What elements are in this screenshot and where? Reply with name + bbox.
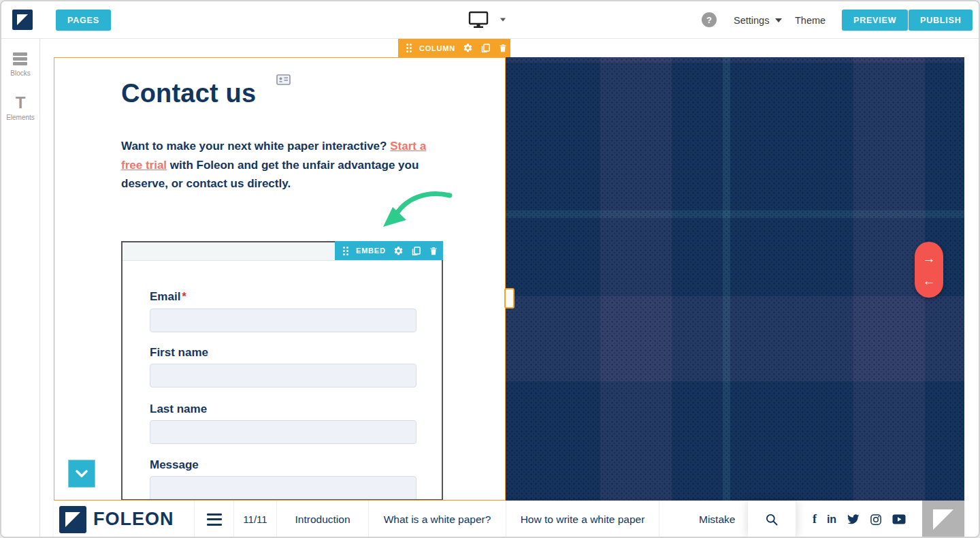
drag-handle-icon[interactable] xyxy=(343,247,348,255)
column-settings-gear-icon[interactable] xyxy=(463,43,473,53)
pages-button[interactable]: PAGES xyxy=(56,10,111,31)
required-asterisk: * xyxy=(182,290,186,303)
youtube-icon[interactable] xyxy=(892,514,906,524)
blocks-icon xyxy=(13,52,27,65)
embedded-contact-form[interactable]: Email* First name Last name Message xyxy=(121,241,443,501)
page-nav-pill: → ← xyxy=(915,242,943,298)
settings-caret-icon xyxy=(775,18,782,22)
embed-duplicate-icon[interactable] xyxy=(411,246,421,256)
green-curved-arrow-icon xyxy=(378,189,454,233)
intro-paragraph[interactable]: Want to make your next white paper inter… xyxy=(121,137,431,193)
editor-sidebar: Blocks T Elements xyxy=(1,39,40,538)
foleon-brand-home[interactable]: FOLEON xyxy=(54,501,195,538)
email-label: Email* xyxy=(150,290,186,304)
last-name-field[interactable] xyxy=(150,420,416,444)
device-dropdown-caret[interactable] xyxy=(500,18,506,22)
contact-card-autofill-icon[interactable] xyxy=(276,74,291,85)
twitter-icon[interactable] xyxy=(847,514,860,525)
column-delete-trash-icon[interactable] xyxy=(498,43,508,53)
column-toolbar[interactable]: COLUMN xyxy=(398,39,510,57)
scroll-down-button[interactable] xyxy=(68,460,95,488)
nav-search-button[interactable] xyxy=(748,501,796,538)
publication-bottom-nav: FOLEON 11/11 Introduction What is a whit… xyxy=(54,501,964,538)
settings-menu[interactable]: Settings xyxy=(734,15,782,26)
foleon-editor-window: PAGES ? Settings Theme PREVIEW PUBLISH B… xyxy=(0,0,980,538)
prev-page-arrow-icon[interactable]: ← xyxy=(923,274,936,287)
nav-item-mistakes[interactable]: Mistake xyxy=(659,501,748,538)
email-field[interactable] xyxy=(150,308,416,332)
background-image-column[interactable] xyxy=(505,57,964,501)
first-name-label: First name xyxy=(150,346,208,360)
hamburger-icon xyxy=(207,513,222,526)
linkedin-icon[interactable]: in xyxy=(827,513,836,526)
editor-topbar: PAGES ? Settings Theme PREVIEW PUBLISH xyxy=(1,1,979,39)
foleon-badge-icon xyxy=(933,509,953,530)
embed-toolbar[interactable]: EMBED xyxy=(335,241,443,260)
sidebar-item-blocks[interactable]: Blocks xyxy=(10,52,30,77)
chevron-down-icon xyxy=(76,470,88,477)
embed-settings-gear-icon[interactable] xyxy=(393,246,404,256)
first-name-field[interactable] xyxy=(150,364,416,387)
column-toolbar-label: COLUMN xyxy=(419,44,455,52)
blocks-label: Blocks xyxy=(10,69,30,77)
foleon-wordmark: FOLEON xyxy=(93,509,174,530)
publish-button[interactable]: PUBLISH xyxy=(909,10,973,31)
foleon-brand-icon xyxy=(59,506,86,533)
message-label: Message xyxy=(150,458,199,472)
column-resize-handle[interactable] xyxy=(504,288,514,308)
help-button[interactable]: ? xyxy=(702,12,717,27)
nav-menu-button[interactable] xyxy=(195,501,234,538)
desktop-monitor-icon xyxy=(468,11,489,29)
page-title[interactable]: Contact us xyxy=(121,79,256,108)
foleon-app-logo[interactable] xyxy=(12,10,33,30)
social-links: f in xyxy=(796,501,922,538)
foleon-logo-icon xyxy=(12,10,33,30)
instagram-icon[interactable] xyxy=(870,513,882,526)
intro-text-before: Want to make your next white paper inter… xyxy=(121,140,390,153)
theme-menu[interactable]: Theme xyxy=(795,15,826,26)
last-name-label: Last name xyxy=(150,402,207,416)
elements-label: Elements xyxy=(6,114,35,121)
foleon-badge-button[interactable] xyxy=(922,501,964,538)
sidebar-item-elements[interactable]: T Elements xyxy=(6,96,35,121)
embed-delete-trash-icon[interactable] xyxy=(429,246,438,256)
facebook-icon[interactable]: f xyxy=(813,512,817,526)
embed-toolbar-label: EMBED xyxy=(356,247,386,255)
next-page-arrow-icon[interactable]: → xyxy=(923,252,936,265)
nav-item-how-to-write[interactable]: How to write a white paper xyxy=(506,501,659,538)
settings-label: Settings xyxy=(734,15,769,26)
preview-button[interactable]: PREVIEW xyxy=(842,10,908,31)
column-duplicate-icon[interactable] xyxy=(480,43,491,53)
page-indicator: 11/11 xyxy=(234,501,277,538)
drag-handle-icon[interactable] xyxy=(406,44,412,52)
message-field[interactable] xyxy=(150,476,416,501)
nav-item-what-is-a-white-paper[interactable]: What is a white paper? xyxy=(369,501,506,538)
device-preview-selector[interactable] xyxy=(468,11,506,29)
nav-item-introduction[interactable]: Introduction xyxy=(277,501,369,538)
text-element-icon: T xyxy=(16,96,26,110)
search-icon xyxy=(765,513,779,526)
